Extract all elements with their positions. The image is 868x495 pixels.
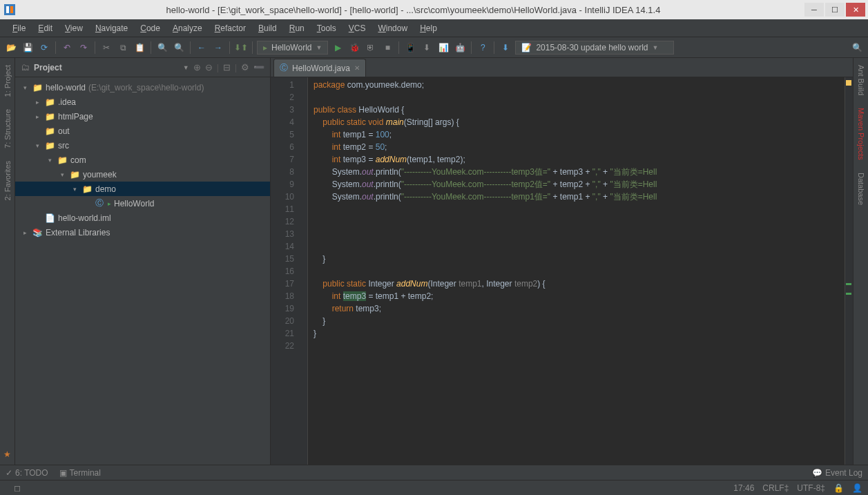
- tool-tab-database[interactable]: Database: [856, 170, 867, 208]
- collapse-icon[interactable]: ⊟: [223, 62, 231, 72]
- make-icon[interactable]: ⬇⬆: [234, 41, 248, 55]
- help-icon[interactable]: ?: [476, 41, 490, 55]
- copy-icon[interactable]: ⧉: [116, 41, 130, 55]
- status-hide-icon[interactable]: ◻: [14, 483, 21, 493]
- menu-vcs[interactable]: VCS: [343, 21, 372, 35]
- scroll-from-icon[interactable]: ⊖: [205, 62, 213, 72]
- minimize-button[interactable]: ─: [804, 3, 824, 17]
- status-line-separator[interactable]: CRLF‡: [762, 483, 789, 493]
- tree-node[interactable]: ▾📁hello-world (E:\git_work_space\hello-w…: [15, 80, 270, 95]
- maximize-button[interactable]: ☐: [825, 3, 845, 17]
- tree-node[interactable]: ▾📁src: [15, 138, 270, 153]
- run-icon[interactable]: ▶: [331, 41, 345, 55]
- hide-icon[interactable]: ➖: [253, 62, 264, 72]
- forward-icon[interactable]: →: [211, 41, 225, 55]
- expand-icon[interactable]: ▸: [21, 229, 29, 236]
- change-mark-icon[interactable]: [846, 293, 851, 295]
- menu-view[interactable]: View: [59, 21, 88, 35]
- titlebar: hello-world - [E:\git_work_space\hello-w…: [0, 0, 868, 19]
- error-stripe[interactable]: [845, 77, 853, 465]
- avd-icon[interactable]: 📱: [403, 41, 417, 55]
- tree-node[interactable]: ▾📁com: [15, 153, 270, 167]
- event-log-tab[interactable]: 💬 Event Log: [812, 468, 862, 478]
- sync-icon[interactable]: ⟳: [37, 41, 51, 55]
- tree-node[interactable]: 📄hello-world.iml: [15, 211, 270, 225]
- tree-node[interactable]: ▾📁youmeek: [15, 167, 270, 182]
- tab-icon: ✓: [6, 468, 12, 478]
- project-panel-header: 🗂 Project ▼ ⊕ ⊖ | ⊟ | ⚙ ➖: [15, 58, 270, 77]
- paste-icon[interactable]: 📋: [133, 41, 146, 55]
- status-encoding[interactable]: UTF-8‡: [797, 483, 825, 493]
- node-label: htmlPage: [58, 112, 93, 122]
- menu-window[interactable]: Window: [372, 21, 413, 35]
- expand-icon[interactable]: ▾: [46, 157, 54, 164]
- tool-tab-mavenprojects[interactable]: Maven Projects: [856, 105, 867, 163]
- vcs-update-icon[interactable]: ⬇: [499, 41, 512, 55]
- menu-refactor[interactable]: Refactor: [209, 21, 251, 35]
- project-view-icon[interactable]: 🗂: [21, 62, 30, 72]
- coverage-icon[interactable]: ⛨: [364, 41, 378, 55]
- open-icon[interactable]: 📂: [4, 41, 18, 55]
- settings-icon[interactable]: ⚙: [241, 62, 249, 72]
- menu-navigate[interactable]: Navigate: [90, 21, 133, 35]
- fold-gutter[interactable]: [298, 77, 308, 465]
- scroll-to-icon[interactable]: ⊕: [193, 62, 201, 72]
- close-tab-icon[interactable]: ✕: [354, 64, 360, 72]
- save-icon[interactable]: 💾: [21, 41, 35, 55]
- code-editor[interactable]: package com.youmeek.demo; public class H…: [308, 77, 845, 465]
- expand-icon[interactable]: ▾: [58, 171, 66, 178]
- favorite-star-icon[interactable]: ★: [3, 449, 11, 459]
- menu-run[interactable]: Run: [284, 21, 310, 35]
- cut-icon[interactable]: ✂: [99, 41, 113, 55]
- sdk-icon[interactable]: ⬇: [420, 41, 434, 55]
- close-button[interactable]: ✕: [846, 3, 865, 17]
- tool-tab-antbuild[interactable]: Ant Build: [856, 62, 867, 98]
- expand-icon[interactable]: ▸: [33, 99, 41, 106]
- undo-icon[interactable]: ↶: [60, 41, 74, 55]
- project-tree[interactable]: ▾📁hello-world (E:\git_work_space\hello-w…: [15, 77, 270, 465]
- tool-tab-favorites[interactable]: 2: Favorites: [2, 158, 13, 203]
- expand-icon[interactable]: ▾: [70, 186, 79, 193]
- change-mark-icon[interactable]: [846, 283, 851, 285]
- menu-code[interactable]: Code: [135, 21, 166, 35]
- bottom-tab-terminal[interactable]: ▣Terminal: [59, 468, 101, 478]
- tool-tab-structure[interactable]: 7: Structure: [2, 106, 13, 151]
- editor-tab[interactable]: Ⓒ HelloWorld.java ✕: [273, 59, 366, 77]
- tab-filename: HelloWorld.java: [292, 64, 350, 73]
- tree-node[interactable]: ▾📁demo: [15, 182, 270, 196]
- tree-node[interactable]: ▸📁htmlPage: [15, 109, 270, 124]
- monitor-icon[interactable]: 📊: [436, 41, 450, 55]
- android-icon[interactable]: 🤖: [453, 41, 467, 55]
- tree-node[interactable]: ▸📚External Libraries: [15, 225, 270, 240]
- menu-tools[interactable]: Tools: [311, 21, 342, 35]
- tree-node[interactable]: 📁out: [15, 124, 270, 138]
- expand-icon[interactable]: ▾: [33, 142, 41, 149]
- tree-node[interactable]: ▸📁.idea: [15, 95, 270, 109]
- stop-icon[interactable]: ■: [380, 41, 394, 55]
- node-icon: 📁: [44, 97, 55, 107]
- back-icon[interactable]: ←: [195, 41, 209, 55]
- tree-node[interactable]: Ⓒ▸HelloWorld: [15, 196, 270, 211]
- line-number-gutter[interactable]: 12345678910111213141516171819202122: [271, 77, 298, 465]
- run-config-combo[interactable]: ▸ HelloWorld ▼: [257, 41, 328, 55]
- menu-build[interactable]: Build: [253, 21, 282, 35]
- chevron-down-icon[interactable]: ▼: [183, 64, 189, 71]
- vcs-commit-combo[interactable]: 📝 2015-08-30 update hello world ▼: [515, 41, 674, 55]
- expand-icon[interactable]: ▾: [21, 84, 29, 91]
- bottom-tab-todo[interactable]: ✓6: TODO: [6, 468, 48, 478]
- menu-analyze[interactable]: Analyze: [167, 21, 208, 35]
- tool-tab-project[interactable]: 1: Project: [2, 62, 13, 99]
- search-everywhere-icon[interactable]: 🔍: [850, 41, 864, 55]
- debug-icon[interactable]: 🐞: [347, 41, 361, 55]
- menu-edit[interactable]: Edit: [32, 21, 58, 35]
- warning-mark-icon[interactable]: [846, 80, 851, 86]
- expand-icon[interactable]: ▸: [33, 113, 41, 120]
- replace-icon[interactable]: 🔍: [172, 41, 186, 55]
- bottom-tool-strip: ✓6: TODO▣Terminal 💬 Event Log: [0, 465, 868, 480]
- menu-help[interactable]: Help: [414, 21, 443, 35]
- redo-icon[interactable]: ↷: [77, 41, 90, 55]
- status-lock-icon[interactable]: 🔒: [833, 483, 844, 493]
- find-icon[interactable]: 🔍: [155, 41, 169, 55]
- menu-file[interactable]: File: [7, 21, 31, 35]
- status-inspector-icon[interactable]: 👤: [852, 483, 862, 493]
